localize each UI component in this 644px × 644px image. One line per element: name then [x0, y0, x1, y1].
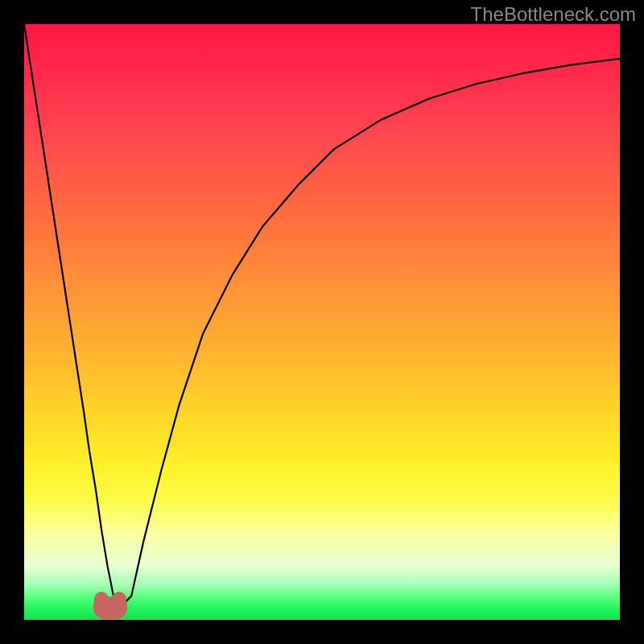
- bottleneck-curve: [24, 24, 620, 608]
- curve-svg: [24, 24, 620, 620]
- chart-container: TheBottleneck.com: [0, 0, 644, 644]
- optimal-marker: [93, 597, 127, 619]
- watermark-text: TheBottleneck.com: [471, 3, 636, 26]
- plot-area: [24, 24, 620, 620]
